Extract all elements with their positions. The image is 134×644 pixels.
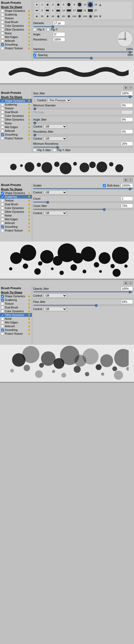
sidebar-item-other-dynamics-3[interactable]: Other Dynamics 🔒	[0, 210, 32, 214]
panel-icon-btn-4a[interactable]: ⊞	[124, 281, 128, 285]
flow-control-select[interactable]: Off Pen Pressure	[44, 307, 67, 311]
check-color-dynamics-3[interactable]	[1, 207, 4, 210]
label-smoothing-3[interactable]: Smoothing	[5, 225, 27, 228]
diameter-thumb[interactable]	[51, 25, 54, 28]
check-shape-dynamics-3[interactable]	[1, 192, 4, 195]
check-protect-texture-3[interactable]	[1, 229, 4, 232]
check-scattering-4[interactable]	[1, 299, 4, 301]
sidebar-item-noise-1[interactable]: Noise 🔒	[0, 31, 32, 35]
label-dual-brush-1[interactable]: Dual Brush	[5, 21, 27, 24]
brush-tip-35[interactable]: ✱	[34, 14, 39, 19]
sidebar-item-protect-texture-4[interactable]: Protect Texture 🔒	[0, 332, 32, 336]
check-scattering-2[interactable]	[1, 103, 4, 106]
min-diameter-value[interactable]: 0%	[121, 103, 133, 107]
hardness-slider[interactable]	[33, 51, 133, 53]
sidebar-item-smoothing-2[interactable]: Smoothing 🔒	[0, 133, 32, 136]
count-slider[interactable]	[33, 202, 133, 203]
label-wet-edges-1[interactable]: Wet Edges	[5, 36, 27, 39]
scrollbar-down-icon[interactable]: ▼	[98, 14, 102, 18]
label-shape-dynamics-4[interactable]: Shape Dynamics	[5, 295, 27, 298]
label-protect-texture-1[interactable]: Protect Texture	[5, 47, 27, 50]
check-shape-dynamics-2[interactable]	[1, 99, 4, 102]
brush-tip-19-selected[interactable]	[88, 2, 93, 7]
check-wet-edges-3[interactable]	[1, 218, 4, 221]
label-smoothing-2[interactable]: Smoothing	[5, 133, 27, 136]
flow-jitter-value[interactable]: 64%	[121, 300, 133, 304]
sidebar-item-noise-2[interactable]: Noise 🔒	[0, 121, 32, 125]
label-noise-4[interactable]: Noise	[5, 317, 27, 320]
roundness-jitter-slider[interactable]	[33, 134, 133, 135]
check-texture-4[interactable]	[1, 302, 4, 305]
size-jitter-value[interactable]: 100%	[121, 91, 133, 95]
brush-tip-21b[interactable]	[77, 8, 82, 13]
flip-x-jitter-check[interactable]	[33, 149, 36, 152]
scatter-value[interactable]: 1000%	[121, 183, 133, 188]
opacity-jitter-slider[interactable]	[33, 291, 133, 292]
sidebar-item-noise-3[interactable]: Noise 🔒	[0, 214, 32, 217]
check-color-dynamics-1[interactable]	[1, 24, 4, 27]
sidebar-item-wet-edges-3[interactable]: Wet Edges 🔒	[0, 217, 32, 221]
sidebar-item-wet-edges-2[interactable]: Wet Edges 🔒	[0, 125, 32, 129]
min-diameter-slider[interactable]	[33, 108, 133, 109]
sidebar-item-texture-3[interactable]: Texture 🔒	[0, 199, 32, 202]
check-noise-2[interactable]	[1, 122, 4, 125]
check-protect-texture-4[interactable]	[1, 332, 4, 335]
check-noise-4[interactable]	[1, 317, 4, 320]
label-wet-edges-3[interactable]: Wet Edges	[5, 218, 27, 221]
label-color-dynamics-3[interactable]: Color Dynamics	[5, 207, 27, 210]
brush-tip-13b[interactable]	[55, 8, 61, 13]
sidebar-item-other-dynamics-4[interactable]: Other Dynamics 🔒	[0, 313, 32, 317]
check-wet-edges-2[interactable]	[1, 126, 4, 129]
size-jitter-slider[interactable]	[33, 96, 133, 97]
sidebar-item-wet-edges-1[interactable]: Wet Edges 🔒	[0, 35, 32, 39]
sidebar-item-shape-dynamics-2[interactable]: Shape Dynamics 🔒	[0, 99, 32, 103]
sidebar-item-noise-4[interactable]: Noise 🔒	[0, 317, 32, 321]
sidebar-item-dual-brush-4[interactable]: Dual Brush 🔒	[0, 306, 32, 309]
brush-tip-27b[interactable]	[88, 8, 93, 13]
flip-x-container[interactable]: Flip X	[33, 28, 44, 31]
flip-y-jitter-container[interactable]: Flip Y Jitter	[53, 149, 71, 152]
check-smoothing-3[interactable]	[1, 225, 4, 228]
label-wet-edges-4[interactable]: Wet Edges	[5, 321, 27, 324]
opacity-jitter-value[interactable]: 100%	[121, 286, 133, 291]
label-texture-4[interactable]: Texture	[5, 302, 27, 305]
sidebar-item-airbrush-4[interactable]: Airbrush 🔒	[0, 324, 32, 328]
sidebar-section-brushtip-1[interactable]: Brush Tip Shape	[0, 5, 32, 9]
min-roundness-slider[interactable]	[33, 147, 133, 148]
flip-y-jitter-check[interactable]	[53, 149, 56, 152]
flip-y-check[interactable]	[47, 28, 50, 31]
check-scattering-1[interactable]	[1, 13, 4, 16]
label-scattering-2[interactable]: Scattering	[5, 103, 27, 106]
count-jitter-thumb[interactable]	[103, 208, 106, 211]
label-shape-dynamics-2-active[interactable]: Shape Dynamics	[5, 99, 27, 102]
check-noise-1[interactable]	[1, 32, 4, 35]
sidebar-item-shape-dynamics-4[interactable]: Shape Dynamics 🔒	[0, 294, 32, 298]
panel-icon-btn-2a[interactable]: ⊞	[124, 86, 128, 90]
brush-tip-9b[interactable]	[45, 8, 50, 13]
flow-jitter-slider[interactable]	[33, 305, 133, 306]
roundness-value[interactable]: 100%	[53, 37, 65, 42]
brush-tip-13[interactable]	[77, 2, 82, 7]
label-scattering-4[interactable]: Scattering	[5, 299, 27, 301]
count-jitter-slider[interactable]	[33, 209, 133, 210]
label-dual-brush-3[interactable]: Dual Brush	[5, 203, 27, 206]
sidebar-section-brushtip-3[interactable]: Brush Tip Shape	[0, 188, 32, 191]
brush-tip-3[interactable]	[45, 2, 50, 7]
min-diameter-thumb[interactable]	[34, 107, 36, 110]
panel-icon-btn-3b[interactable]: ≡	[129, 178, 133, 182]
label-dual-brush-2[interactable]: Dual Brush	[5, 111, 27, 114]
count-jitter-control-select[interactable]: Off Pen Pressure	[44, 211, 67, 215]
opacity-control-select[interactable]: Off Pen Pressure	[44, 293, 67, 298]
label-other-dynamics-3[interactable]: Other Dynamics	[5, 210, 27, 213]
label-shape-dynamics-1[interactable]: Shape Dynamics	[5, 9, 27, 12]
sidebar-item-airbrush-3[interactable]: Airbrush 🔒	[0, 221, 32, 225]
both-axes-container[interactable]: Both Axes	[103, 184, 119, 187]
scrollbar-up-icon[interactable]: ▲	[98, 2, 102, 7]
sidebar-item-smoothing-4[interactable]: Smoothing 🔒	[0, 328, 32, 332]
min-roundness-value[interactable]: 25%	[121, 142, 133, 146]
sidebar-item-texture-4[interactable]: Texture 🔒	[0, 302, 32, 306]
sidebar-item-airbrush-2[interactable]: Airbrush 🔒	[0, 129, 32, 133]
label-protect-texture-3[interactable]: Protect Texture	[5, 229, 27, 232]
sidebar-item-other-dynamics-2[interactable]: Other Dynamics 🔒	[0, 118, 32, 121]
sidebar-item-shape-dynamics-1[interactable]: Shape Dynamics 🔒	[0, 9, 32, 13]
